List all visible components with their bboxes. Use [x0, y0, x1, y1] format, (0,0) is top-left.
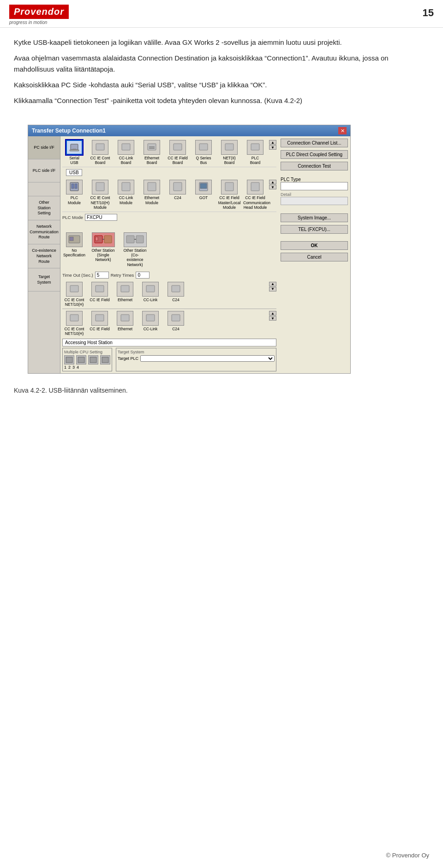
net-comm-scroll-down[interactable]: ▼ [269, 287, 276, 291]
icon-net-ethernet[interactable]: Ethernet [113, 282, 137, 302]
accessing-host-station: Accessing Host Station [62, 339, 276, 346]
icon-co-c24[interactable]: C24 [164, 311, 188, 331]
pc-side-scroll-down[interactable]: ▼ [269, 145, 276, 150]
icon-net-cc-ie-cont[interactable]: CC IE ContNET/10(H) [62, 282, 86, 307]
ok-button[interactable]: OK [281, 241, 348, 250]
plc-type-input[interactable] [281, 182, 348, 190]
dialog-close-button[interactable]: ✕ [338, 127, 347, 134]
sidebar-target-system[interactable]: TargetSystem [28, 268, 60, 291]
cpu-icon-2[interactable] [76, 355, 86, 364]
plc-direct-coupled-button[interactable]: PLC Direct Coupled Setting [281, 150, 348, 159]
net-comm-scroll-up[interactable]: ▲ [269, 282, 276, 286]
svg-rect-26 [96, 237, 98, 241]
plc-side-scroll-down[interactable]: ▼ [269, 185, 276, 189]
icon-no-specification[interactable]: No Specification [62, 232, 86, 257]
tel-fxcpu-button[interactable]: TEL (FXCPU)... [281, 225, 348, 234]
detail-input[interactable] [281, 197, 348, 205]
plc-board-icon-box [247, 140, 263, 155]
icon-net-cc-link[interactable]: CC-Link [138, 282, 162, 302]
icon-ethernet-module[interactable]: EthernetModule [140, 180, 164, 205]
sidebar-other-station[interactable]: OtherStationSetting [28, 196, 60, 220]
other-station-co-label: Other Station(Co-existence Network) [123, 248, 147, 267]
sidebar-plc-side[interactable]: PLC side I/F [28, 159, 60, 182]
dialog-sidebar: PC side I/F PLC side I/F OtherStationSet… [28, 136, 60, 373]
co-scroll-down[interactable]: ▼ [269, 316, 276, 321]
co-scroll-up[interactable]: ▲ [269, 311, 276, 316]
svg-rect-18 [174, 182, 182, 191]
svg-rect-42 [66, 357, 72, 363]
icon-cc-ie-field-board[interactable]: CC IE FieldBoard [166, 140, 190, 165]
connection-test-button[interactable]: Connection Test [281, 162, 348, 170]
icon-co-ethernet[interactable]: Ethernet [113, 311, 137, 331]
svg-rect-43 [78, 357, 84, 363]
icon-plc-board[interactable]: PLCBoard [243, 140, 267, 165]
icon-co-cc-link[interactable]: CC-Link [138, 311, 162, 331]
target-plc-label: Target PLC [118, 356, 138, 361]
net-cc-link-label: CC-Link [144, 297, 158, 302]
net-cc-ie-field-icon-box [91, 282, 108, 297]
plc-side-scroll-up[interactable]: ▲ [269, 180, 276, 184]
icon-cc-ie-field-master[interactable]: CC IE FieldMaster/LocalModule [217, 180, 241, 210]
icon-co-cc-ie-field[interactable]: CC IE Field [88, 311, 112, 331]
sidebar-coexistence[interactable]: Co-existenceNetworkRoute [28, 244, 60, 268]
co-scroll: ▲ ▼ [269, 311, 276, 321]
icon-other-station-single[interactable]: Other Station(Single Network) [88, 232, 118, 262]
icon-got[interactable]: GOT [192, 180, 216, 200]
sidebar-pc-side[interactable]: PC side I/F [28, 136, 60, 159]
got-label: GOT [199, 195, 208, 200]
dialog-titlebar: Transfer Setup Connection1 ✕ [28, 125, 350, 136]
icon-net-cc-ie-field[interactable]: CC IE Field [88, 282, 112, 302]
net-ethernet-label: Ethernet [118, 297, 132, 302]
cc-ie-field-master-icon-box [221, 180, 238, 194]
timeout-input[interactable] [95, 272, 109, 279]
icon-cc-ie-cont[interactable]: CC IE ContBoard [88, 140, 112, 165]
icon-cc-link-board[interactable]: CC-LinkBoard [114, 140, 138, 165]
cc-ie-field-comm-icon-box [247, 180, 263, 194]
icon-cc-ie-field-comm[interactable]: CC IE FieldCommunicationHead Module [243, 180, 267, 210]
dialog-title: Transfer Setup Connection1 [32, 127, 106, 134]
svg-rect-35 [146, 285, 155, 292]
spacer-right-2 [281, 237, 348, 239]
target-plc-select[interactable] [140, 355, 275, 362]
svg-rect-30 [136, 236, 144, 243]
svg-rect-8 [174, 144, 182, 150]
timeout-label: Time Out (Sec.) [62, 273, 93, 278]
net-ethernet-icon-box [117, 282, 133, 297]
svg-rect-2 [70, 150, 79, 151]
usb-indicator: USB [66, 169, 82, 176]
ethernet-board-icon-box [144, 140, 160, 155]
svg-rect-13 [72, 184, 74, 188]
pc-side-scroll-up[interactable]: ▲ [269, 140, 276, 145]
connection-channel-list-button[interactable]: Connection Channel List... [281, 139, 348, 147]
svg-rect-11 [251, 144, 259, 150]
dialog-center: SerialUSB CC IE ContBoard [60, 136, 278, 373]
icon-q-series-bus[interactable]: Q SeriesBus [192, 140, 216, 165]
icon-other-station-co[interactable]: Other Station(Co-existence Network) [120, 232, 150, 267]
q-series-bus-icon-box [195, 140, 212, 155]
icon-net-c24[interactable]: C24 [164, 282, 188, 302]
icon-serial-usb[interactable]: SerialUSB [62, 140, 86, 165]
retry-input[interactable] [136, 272, 150, 279]
co-cc-ie-field-icon-box [91, 311, 108, 326]
system-image-button[interactable]: System Image... [281, 213, 348, 222]
sidebar-network-comm[interactable]: NetworkCommunicationRoute [28, 220, 60, 244]
plc-mode-input[interactable] [85, 214, 117, 221]
icon-ethernet-board[interactable]: EthernetBoard [140, 140, 164, 165]
svg-rect-27 [104, 236, 112, 243]
icon-cc-link-module[interactable]: CC-LinkModule [114, 180, 138, 205]
svg-rect-12 [70, 182, 78, 191]
svg-rect-33 [96, 285, 104, 292]
cpu-icon-3[interactable] [88, 355, 98, 364]
page-header: Provendor progress in motion 15 [0, 0, 443, 28]
svg-rect-45 [102, 357, 108, 363]
svg-rect-29 [126, 236, 134, 243]
icon-cc-ie-cont-net[interactable]: CC IE ContNET/10(H)Module [88, 180, 112, 210]
icon-co-cc-ie-cont[interactable]: CC IE ContNET/10(H) [62, 311, 86, 336]
icon-c24[interactable]: C24 [166, 180, 190, 200]
cpu-icon-1[interactable] [64, 355, 74, 364]
cpu-icon-4[interactable] [100, 355, 110, 364]
icon-net-ii-board[interactable]: NET(II)Board [217, 140, 241, 165]
cancel-button[interactable]: Cancel [281, 253, 348, 261]
co-c24-label: C24 [172, 327, 180, 331]
icon-plc-module[interactable]: PLCModule [62, 180, 86, 205]
